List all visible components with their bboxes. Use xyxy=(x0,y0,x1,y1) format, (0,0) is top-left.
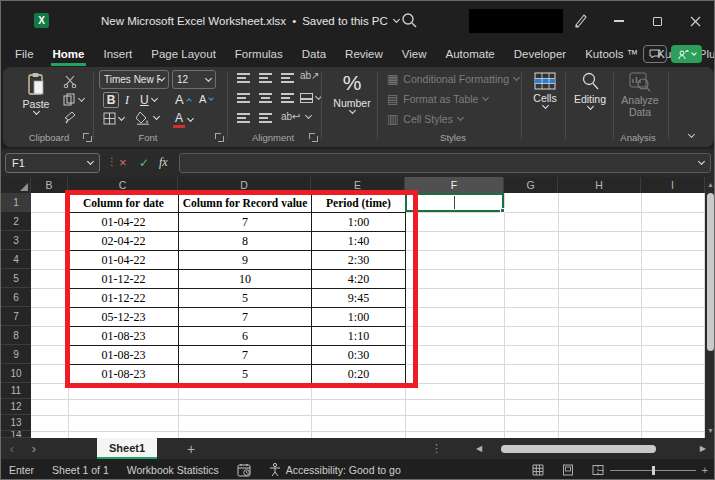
name-box[interactable]: F1 xyxy=(5,153,100,173)
formula-bar-divider[interactable]: ⋮ xyxy=(107,156,117,167)
row-header-11[interactable]: 11 xyxy=(1,383,31,399)
cancel-icon[interactable]: × xyxy=(119,155,127,170)
increase-font-button[interactable]: A xyxy=(175,92,191,107)
row-header-3[interactable]: 3 xyxy=(1,231,31,250)
increase-indent-icon[interactable] xyxy=(259,113,272,123)
row-header-8[interactable]: 8 xyxy=(1,326,31,345)
sheet-tab-sheet1[interactable]: Sheet1 xyxy=(97,438,157,459)
font-name-combo[interactable]: Times New Ro xyxy=(99,70,169,89)
clipboard-dialog-launcher-icon[interactable] xyxy=(83,133,92,142)
orientation-button[interactable]: ab↗ xyxy=(300,70,320,81)
workbook-statistics[interactable]: Workbook Statistics xyxy=(127,464,219,476)
tab-view[interactable]: View xyxy=(402,48,427,60)
scroll-up-icon[interactable]: ▲ xyxy=(705,181,715,188)
paste-button[interactable]: Paste xyxy=(17,72,55,114)
format-painter-button[interactable] xyxy=(63,111,77,124)
page-layout-view-icon[interactable] xyxy=(562,464,574,476)
row-header-7[interactable]: 7 xyxy=(1,307,31,326)
font-dialog-launcher-icon[interactable] xyxy=(215,133,224,142)
saved-status-chevron-icon[interactable] xyxy=(393,16,400,23)
row-header-12[interactable]: 12 xyxy=(1,399,31,415)
font-size-combo[interactable]: 12 xyxy=(172,70,216,89)
fill-handle[interactable] xyxy=(500,208,505,213)
column-header-F[interactable]: F xyxy=(405,177,504,193)
tab-data[interactable]: Data xyxy=(302,48,326,60)
close-button[interactable] xyxy=(676,1,714,41)
row-header-10[interactable]: 10 xyxy=(1,364,31,383)
next-sheet-icon[interactable]: › xyxy=(23,441,45,456)
align-center-icon[interactable] xyxy=(259,93,272,103)
align-bottom-icon[interactable] xyxy=(281,73,294,83)
cut-button[interactable] xyxy=(63,75,77,88)
decrease-font-button[interactable]: A xyxy=(199,93,213,105)
tab-review[interactable]: Review xyxy=(345,48,383,60)
column-header-G[interactable]: G xyxy=(504,177,558,193)
align-top-icon[interactable] xyxy=(237,73,250,83)
borders-button[interactable] xyxy=(103,112,124,125)
formula-input[interactable] xyxy=(179,153,711,173)
decrease-indent-icon[interactable] xyxy=(237,113,250,123)
tab-kutools[interactable]: Kutools ™ xyxy=(585,48,638,60)
calendar-clock-icon[interactable] xyxy=(237,463,251,477)
fill-color-button[interactable] xyxy=(135,111,159,125)
share-button[interactable] xyxy=(671,45,702,63)
column-header-I[interactable]: I xyxy=(641,177,705,193)
prev-sheet-icon[interactable]: ‹ xyxy=(1,441,23,456)
row-header-2[interactable]: 2 xyxy=(1,212,31,231)
tab-automate[interactable]: Automate xyxy=(446,48,495,60)
italic-button[interactable]: I xyxy=(125,93,129,108)
horizontal-scroll-thumb[interactable] xyxy=(501,445,656,453)
column-header-B[interactable]: B xyxy=(31,177,68,193)
copy-button[interactable] xyxy=(63,93,84,106)
zoom-in-icon[interactable]: + xyxy=(702,464,708,476)
add-sheet-button[interactable]: + xyxy=(187,441,195,457)
font-color-button[interactable]: A xyxy=(173,111,193,128)
row-header-14[interactable]: 14 xyxy=(1,431,31,438)
comments-button[interactable] xyxy=(643,45,667,63)
row-header-4[interactable]: 4 xyxy=(1,250,31,269)
editing-group-button[interactable]: Editing xyxy=(569,72,611,109)
zoom-out-icon[interactable]: − xyxy=(598,464,604,476)
bold-button[interactable]: B xyxy=(103,92,119,108)
minimize-button[interactable] xyxy=(600,1,638,41)
draw-pen-icon[interactable] xyxy=(573,12,589,28)
underline-button[interactable]: U xyxy=(140,93,157,107)
merge-center-icon[interactable] xyxy=(300,93,313,103)
enter-check-icon[interactable]: ✓ xyxy=(139,156,149,170)
accessibility-status[interactable]: Accessibility: Good to go xyxy=(269,463,401,477)
search-icon[interactable] xyxy=(401,12,418,29)
tab-home[interactable]: Home xyxy=(53,48,85,60)
row-header-6[interactable]: 6 xyxy=(1,288,31,307)
tab-insert[interactable]: Insert xyxy=(103,48,132,60)
select-all-corner[interactable] xyxy=(1,177,31,193)
tab-page-layout[interactable]: Page Layout xyxy=(151,48,216,60)
row-header-5[interactable]: 5 xyxy=(1,269,31,288)
normal-view-icon[interactable] xyxy=(532,464,544,476)
formula-expand-chevron-icon[interactable] xyxy=(698,158,705,165)
align-middle-icon[interactable] xyxy=(259,73,272,83)
tab-file[interactable]: File xyxy=(15,48,34,60)
wrap-text-button[interactable]: ab↩ xyxy=(281,111,301,122)
tab-developer[interactable]: Developer xyxy=(514,48,566,60)
cells-group-button[interactable]: Cells xyxy=(525,72,565,108)
sheet-options-dots-icon[interactable]: ⋮ xyxy=(431,442,442,455)
align-right-icon[interactable] xyxy=(281,93,294,103)
scroll-down-icon[interactable]: ▼ xyxy=(705,427,715,434)
zoom-slider-handle[interactable] xyxy=(652,466,655,475)
row-header-13[interactable]: 13 xyxy=(1,415,31,431)
scroll-right-icon[interactable]: ▶ xyxy=(700,444,706,453)
number-group-button[interactable]: % Number xyxy=(329,71,375,113)
collapse-ribbon-chevron-icon[interactable] xyxy=(688,131,695,138)
vertical-scroll-thumb[interactable] xyxy=(707,193,714,351)
vertical-scrollbar[interactable]: ▲ ▼ xyxy=(705,177,715,438)
saved-status[interactable]: Saved to this PC xyxy=(302,15,388,27)
row-header-9[interactable]: 9 xyxy=(1,345,31,364)
horizontal-scrollbar[interactable]: ◀ ▶ xyxy=(476,444,706,453)
row-header-1[interactable]: 1 xyxy=(1,193,31,212)
align-left-icon[interactable] xyxy=(237,93,250,103)
alignment-dialog-launcher-icon[interactable] xyxy=(309,133,318,142)
scroll-left-icon[interactable]: ◀ xyxy=(476,444,482,453)
zoom-slider[interactable] xyxy=(610,470,696,471)
tab-formulas[interactable]: Formulas xyxy=(235,48,283,60)
column-header-H[interactable]: H xyxy=(558,177,641,193)
